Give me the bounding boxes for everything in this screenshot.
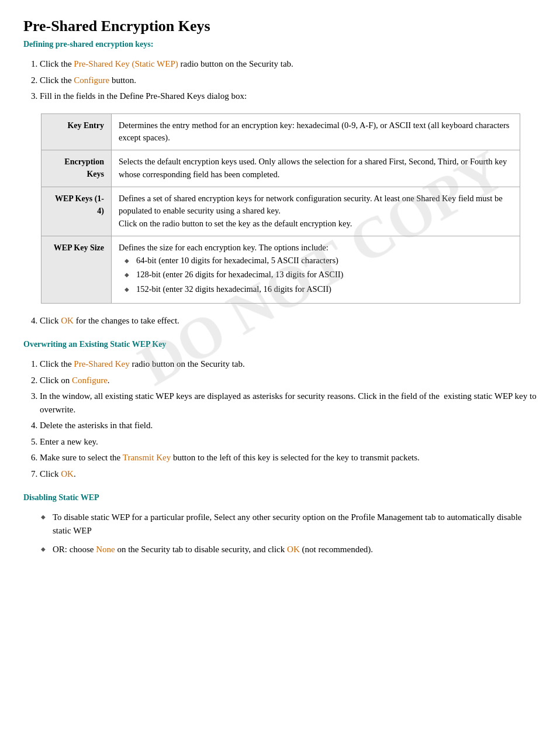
page-title: Pre-Shared Encryption Keys (23, 18, 537, 35)
overwrite-steps: Click the Pre-Shared Key radio button on… (40, 357, 537, 480)
pre-shared-key-link-2[interactable]: Pre-Shared Key (74, 359, 129, 369)
overwrite-step-7: Click OK. (40, 467, 537, 481)
table-row-wep-key-size: WEP Key Size Defines the size for each e… (42, 236, 520, 303)
wep-key-size-bullets: 64-bit (enter 10 digits for hexadecimal,… (125, 254, 513, 296)
wep-key-size-label: WEP Key Size (42, 236, 112, 303)
overwrite-step-5: Enter a new key. (40, 435, 537, 449)
configure-link-1[interactable]: Configure (74, 75, 109, 85)
ok-link-1[interactable]: OK (61, 316, 74, 325)
disable-bullet-1: To disable static WEP for a particular p… (41, 511, 537, 537)
overwrite-step-1: Click the Pre-Shared Key radio button on… (40, 357, 537, 371)
section1-steps: Click the Pre-Shared Key (Static WEP) ra… (40, 57, 537, 103)
overwrite-step-6: Make sure to select the Transmit Key but… (40, 451, 537, 464)
table-row-encryption-keys: Encryption Keys Selects the default encr… (42, 150, 520, 187)
none-link[interactable]: None (96, 545, 115, 554)
ok-link-3[interactable]: OK (287, 545, 300, 554)
step-1: Click the Pre-Shared Key (Static WEP) ra… (40, 57, 537, 71)
wep-key-size-intro: Defines the size for each encryption key… (119, 243, 329, 252)
step-3: Fill in the fields in the Define Pre-Sha… (40, 89, 537, 103)
section3-block: Disabling Static WEP (23, 493, 537, 502)
keys-table: Key Entry Determines the entry method fo… (41, 113, 520, 304)
key-entry-content: Determines the entry method for an encry… (112, 113, 520, 150)
encryption-keys-label: Encryption Keys (42, 150, 112, 187)
section2-block: Overwriting an Existing Static WEP Key (23, 340, 537, 349)
step-4: Click OK for the changes to take effect. (40, 314, 537, 328)
transmit-key-link[interactable]: Transmit Key (123, 453, 171, 462)
ok-link-2[interactable]: OK (61, 469, 74, 478)
encryption-keys-content: Selects the default encryption keys used… (112, 150, 520, 187)
bullet-128bit: 128-bit (enter 26 digits for hexadecimal… (125, 268, 513, 281)
section3-heading: Disabling Static WEP (23, 493, 537, 502)
pre-shared-key-link[interactable]: Pre-Shared Key (Static WEP) (74, 59, 178, 68)
step-2: Click the Configure button. (40, 74, 537, 87)
table-row-key-entry: Key Entry Determines the entry method fo… (42, 113, 520, 150)
wep-key-size-content: Defines the size for each encryption key… (112, 236, 520, 303)
disable-wep-bullets: To disable static WEP for a particular p… (41, 511, 537, 556)
overwrite-step-4: Delete the asterisks in that field. (40, 419, 537, 432)
configure-link-2[interactable]: Configure (72, 376, 108, 385)
keys-table-wrapper: Key Entry Determines the entry method fo… (41, 113, 537, 304)
section2-heading: Overwriting an Existing Static WEP Key (23, 340, 537, 349)
section1-step4: Click OK for the changes to take effect. (40, 314, 537, 328)
overwrite-step-2: Click on Configure. (40, 374, 537, 387)
disable-bullet-2: OR: choose None on the Security tab to d… (41, 543, 537, 556)
overwrite-step-3: In the window, all existing static WEP k… (40, 390, 537, 416)
wep-keys-label: WEP Keys (1-4) (42, 187, 112, 236)
wep-keys-content: Defines a set of shared encryption keys … (112, 187, 520, 236)
section1-heading: Defining pre-shared encryption keys: (23, 40, 537, 49)
table-row-wep-keys: WEP Keys (1-4) Defines a set of shared e… (42, 187, 520, 236)
key-entry-label: Key Entry (42, 113, 112, 150)
bullet-152bit: 152-bit (enter 32 digits hexadecimal, 16… (125, 283, 513, 296)
bullet-64bit: 64-bit (enter 10 digits for hexadecimal,… (125, 254, 513, 267)
